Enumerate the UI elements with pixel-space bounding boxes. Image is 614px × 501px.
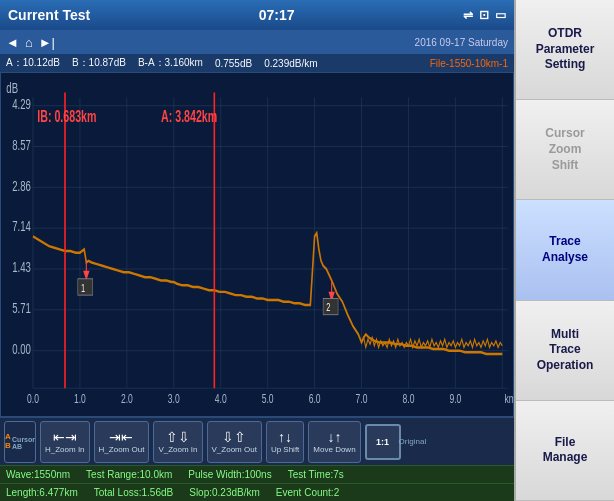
move-down-label: Move Down: [313, 445, 355, 454]
chart-area: 4.29 8.57 2.86 7.14 1.43 5.71 0.00 dB 0.…: [0, 72, 514, 417]
info-a: A：10.12dB: [6, 56, 60, 70]
svg-text:7.14: 7.14: [12, 218, 31, 235]
status-testtime: Test Time:7s: [288, 469, 344, 480]
nav-date: 2016 09-17 Saturday: [415, 37, 508, 48]
info-ba: B-A：3.160km: [138, 56, 203, 70]
svg-text:2: 2: [326, 301, 330, 314]
up-shift-label: Up Shift: [271, 445, 299, 454]
status-bar-2: Length:6.477km Total Loss:1.56dB Slop:0.…: [0, 483, 514, 501]
original-label: 1:1: [376, 437, 389, 447]
info-b: B：10.87dB: [72, 56, 126, 70]
svg-text:8.0: 8.0: [403, 391, 415, 405]
status-wave: Wave:1550nm: [6, 469, 70, 480]
status-slope: Slop:0.23dB/km: [189, 487, 260, 498]
home-icon[interactable]: ⌂: [25, 35, 33, 50]
svg-text:dB: dB: [6, 80, 18, 97]
h-zoom-in-icon: ⇤⇥: [53, 430, 77, 444]
svg-text:5.0: 5.0: [262, 391, 274, 405]
move-down-icon: ↓↑: [327, 430, 341, 444]
svg-text:km: km: [504, 391, 513, 405]
svg-text:0.0: 0.0: [27, 391, 39, 405]
svg-text:2.0: 2.0: [121, 391, 133, 405]
sidebar-btn-otdr-param[interactable]: OTDRParameterSetting: [516, 0, 614, 100]
chart-svg: 4.29 8.57 2.86 7.14 1.43 5.71 0.00 dB 0.…: [1, 73, 513, 416]
status-length: Length:6.477km: [6, 487, 78, 498]
controls-bar: A B Cursor AB ⇤⇥ H_Zoom In ⇥⇤ H_Zoom Out…: [0, 417, 514, 465]
h-zoom-out-label: H_Zoom Out: [99, 445, 145, 454]
svg-text:5.71: 5.71: [12, 300, 31, 317]
sidebar: OTDRParameterSetting CursorZoomShift Tra…: [514, 0, 614, 501]
nav-bar: ◄ ⌂ ►| 2016 09-17 Saturday: [0, 30, 514, 54]
h-zoom-out-button[interactable]: ⇥⇤ H_Zoom Out: [94, 421, 150, 463]
status-range: Test Range:10.0km: [86, 469, 172, 480]
status-loss: Total Loss:1.56dB: [94, 487, 174, 498]
svg-text:4.0: 4.0: [215, 391, 227, 405]
status-events: Event Count:2: [276, 487, 339, 498]
svg-text:2.86: 2.86: [12, 178, 31, 195]
time: 07:17: [259, 7, 295, 23]
v-zoom-out-label: V_Zoom Out: [212, 445, 257, 454]
v-zoom-in-button[interactable]: ⇧⇩ V_Zoom In: [153, 421, 202, 463]
sidebar-btn-trace-analyse[interactable]: TraceAnalyse: [516, 200, 614, 300]
back-icon[interactable]: ◄: [6, 35, 19, 50]
v-zoom-in-label: V_Zoom In: [158, 445, 197, 454]
move-down-button[interactable]: ↓↑ Move Down: [308, 421, 360, 463]
original-button[interactable]: 1:1: [365, 424, 401, 460]
svg-text:3.0: 3.0: [168, 391, 180, 405]
status-bar-1: Wave:1550nm Test Range:10.0km Pulse Widt…: [0, 465, 514, 483]
svg-text:9.0: 9.0: [449, 391, 461, 405]
v-zoom-out-button[interactable]: ⇩⇧ V_Zoom Out: [207, 421, 262, 463]
v-zoom-in-icon: ⇧⇩: [166, 430, 190, 444]
title-bar: Current Test 07:17 ⇌ ⊡ ▭: [0, 0, 514, 30]
up-shift-icon: ↑↓: [278, 430, 292, 444]
info-slope: 0.239dB/km: [264, 58, 317, 69]
svg-text:1: 1: [81, 281, 85, 294]
usb-icon: ⇌: [463, 8, 473, 22]
info-loss: 0.755dB: [215, 58, 252, 69]
sidebar-btn-file-manage[interactable]: FileManage: [516, 401, 614, 501]
battery-icon: ▭: [495, 8, 506, 22]
file-name: File-1550-10km-1: [430, 58, 508, 69]
nav-icons[interactable]: ◄ ⌂ ►|: [6, 35, 55, 50]
title-bar-icons: ⇌ ⊡ ▭: [463, 8, 506, 22]
skip-icon[interactable]: ►|: [39, 35, 55, 50]
svg-text:4.29: 4.29: [12, 96, 31, 113]
svg-text:0.00: 0.00: [12, 341, 31, 358]
sidebar-btn-cursor-zoom[interactable]: CursorZoomShift: [516, 100, 614, 200]
svg-text:1.43: 1.43: [12, 259, 31, 276]
svg-text:IB: 0.683km: IB: 0.683km: [37, 108, 96, 126]
title: Current Test: [8, 7, 90, 23]
h-zoom-in-button[interactable]: ⇤⇥ H_Zoom In: [40, 421, 90, 463]
svg-text:8.57: 8.57: [12, 137, 31, 154]
status-pulse: Pulse Width:100ns: [188, 469, 271, 480]
svg-text:A: 3.842km: A: 3.842km: [161, 108, 217, 126]
sidebar-btn-multi-trace[interactable]: MultiTraceOperation: [516, 301, 614, 401]
original-text: Original: [399, 437, 427, 446]
h-zoom-in-label: H_Zoom In: [45, 445, 85, 454]
info-bar: A：10.12dB B：10.87dB B-A：3.160km 0.755dB …: [0, 54, 514, 72]
svg-text:6.0: 6.0: [309, 391, 321, 405]
v-zoom-out-icon: ⇩⇧: [222, 430, 246, 444]
svg-text:7.0: 7.0: [356, 391, 368, 405]
svg-text:1.0: 1.0: [74, 391, 86, 405]
main-area: Current Test 07:17 ⇌ ⊡ ▭ ◄ ⌂ ►| 2016 09-…: [0, 0, 514, 501]
up-shift-button[interactable]: ↑↓ Up Shift: [266, 421, 304, 463]
signal-icon: ⊡: [479, 8, 489, 22]
cursor-ab-button[interactable]: A B Cursor AB: [4, 421, 36, 463]
h-zoom-out-icon: ⇥⇤: [109, 430, 133, 444]
